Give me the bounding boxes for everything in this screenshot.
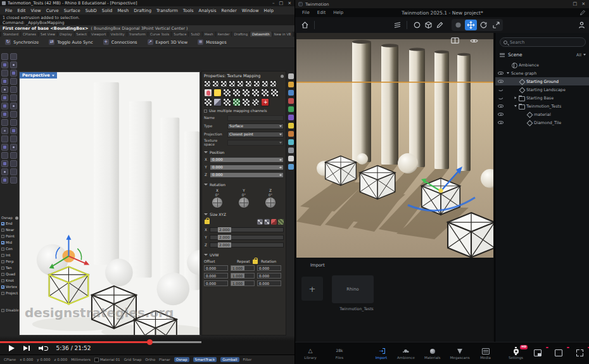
mapping-type-icon[interactable] (204, 98, 212, 106)
eyedropper-tool[interactable] (434, 20, 445, 31)
scene-tree-row[interactable]: Twinmotion_Tests (495, 102, 589, 110)
panel-tab-icon[interactable] (288, 106, 294, 112)
tool-icon[interactable] (10, 103, 17, 110)
field-control[interactable]: Surface (227, 123, 284, 129)
checkbox[interactable] (1, 241, 4, 244)
minimize-button[interactable]: – (272, 1, 275, 6)
dock-item[interactable]: Library (304, 348, 317, 360)
panel-tab-icon[interactable] (288, 115, 294, 120)
panel-tab-icon[interactable] (288, 131, 294, 137)
menu-item[interactable]: Curve (44, 8, 61, 13)
checkbox[interactable] (1, 248, 4, 251)
toolbar-tab[interactable]: New in V8 (272, 32, 293, 37)
status-bar-item[interactable]: y 0.000 (37, 358, 50, 361)
status-bar-item[interactable]: Filter (243, 358, 252, 361)
properties-tab-icon[interactable] (270, 80, 277, 87)
visibility-eye-icon[interactable] (498, 72, 504, 75)
tool-icon[interactable] (1, 135, 8, 142)
datasmith-toolbar-button[interactable]: Export 3D View (148, 39, 188, 45)
gear-icon[interactable] (15, 217, 18, 220)
status-bar-item[interactable]: CPlane (4, 358, 16, 361)
move-tool[interactable] (465, 20, 477, 30)
status-bar-item[interactable]: Material 01 (94, 358, 120, 362)
rotation-section-header[interactable]: Rotation (204, 182, 284, 187)
checkbox[interactable] (1, 254, 4, 257)
dock-item[interactable] (531, 349, 544, 358)
mapping-type-icon[interactable] (204, 89, 212, 97)
mapping-type-icon[interactable] (232, 98, 241, 106)
uvw-section-header[interactable]: UVW (204, 252, 284, 258)
menu-item[interactable]: Surface (61, 8, 83, 13)
toolbar-tab[interactable]: Surface (172, 32, 188, 37)
tool-icon[interactable] (1, 168, 8, 175)
uvw-repeat-input[interactable]: 1.000 (231, 273, 255, 279)
datasmith-toolbar-button[interactable]: Synchronize (5, 39, 39, 45)
tool-icon[interactable] (10, 119, 17, 126)
maximize-button[interactable]: □ (279, 1, 284, 6)
scale-tool[interactable] (490, 20, 502, 30)
checkbox[interactable] (204, 110, 207, 113)
tool-icon[interactable] (10, 94, 17, 101)
osnap-toggle[interactable]: Vertex (1, 284, 19, 290)
osnap-toggle[interactable]: Int (1, 252, 19, 258)
panel-tab-icon[interactable] (288, 147, 294, 153)
status-bar-item[interactable]: Grid Snap (124, 358, 142, 361)
local-space-toggle[interactable] (452, 20, 464, 30)
scene-tree-row[interactable]: Starting Ground (495, 77, 589, 85)
uvw-rotation-input[interactable]: 0.000 (257, 265, 281, 271)
tool-icon[interactable] (1, 152, 8, 159)
checkbox[interactable] (1, 229, 4, 232)
tool-icon[interactable] (1, 53, 8, 60)
mapping-type-icon[interactable] (223, 89, 231, 97)
properties-tab-icon[interactable] (212, 80, 219, 87)
panel-tab-icon[interactable] (288, 164, 294, 170)
twinmotion-viewport[interactable] (296, 33, 493, 258)
split-view-icon[interactable] (449, 36, 460, 45)
osnap-toggle[interactable]: Quad (1, 271, 19, 277)
checkbox[interactable] (1, 309, 4, 312)
dice-icon[interactable] (264, 219, 270, 225)
volume-icon[interactable] (39, 345, 48, 351)
mapping-type-icon[interactable] (242, 98, 250, 106)
panel-tab-icon[interactable] (288, 73, 294, 79)
mapping-type-icon[interactable] (251, 89, 260, 97)
tool-icon[interactable] (10, 70, 17, 77)
tool-icon[interactable] (10, 177, 17, 184)
status-bar-item[interactable]: Millimeters (71, 358, 91, 361)
datasmith-toolbar-button[interactable]: Messages (198, 39, 226, 45)
properties-tab-icon[interactable] (262, 80, 269, 87)
dock-item[interactable] (573, 349, 586, 358)
visibility-eye-icon[interactable] (498, 88, 504, 91)
search-input[interactable] (510, 40, 582, 45)
mapping-type-icon[interactable] (213, 98, 222, 106)
position-input[interactable]: 0.000 (210, 172, 284, 178)
mapping-type-icon[interactable] (261, 89, 269, 97)
datasmith-toolbar-button[interactable]: Connections (103, 39, 137, 45)
menu-item[interactable]: File (3, 8, 15, 13)
osnap-toggle[interactable]: Cen (1, 246, 19, 252)
panel-tab-icon[interactable] (288, 90, 294, 96)
dock-item[interactable] (552, 349, 565, 358)
lock-icon[interactable] (205, 220, 210, 224)
scene-tree-row[interactable]: Starting Base (495, 94, 589, 102)
command-prompt[interactable]: First corner of base <BoundingBox> ( Bou… (0, 25, 294, 32)
scene-tree-row[interactable]: Scene graph (495, 69, 589, 77)
checkbox[interactable] (1, 260, 4, 263)
checkbox[interactable] (1, 286, 4, 289)
rotate-tool[interactable] (478, 20, 490, 30)
mapping-type-icon[interactable] (223, 98, 231, 106)
toolbar-tab[interactable]: Visibility (108, 32, 126, 37)
toolbar-tab[interactable]: Viewport (89, 32, 108, 37)
osnap-disable-toggle[interactable]: Disable (1, 308, 19, 312)
toolbar-tab[interactable]: Select (75, 32, 89, 37)
visibility-eye-icon[interactable] (498, 121, 504, 124)
rotation-dial[interactable] (239, 198, 249, 208)
uvw-rotation-input[interactable]: 0.000 (257, 273, 281, 279)
menu-item[interactable]: Render (219, 8, 239, 13)
mapping-type-icon[interactable] (261, 98, 269, 106)
menu-item[interactable]: Solid (99, 8, 115, 13)
field-control[interactable] (227, 140, 284, 146)
rotation-dial[interactable] (265, 198, 276, 208)
menu-item[interactable]: Transform (154, 8, 180, 13)
visibility-eye-icon[interactable] (498, 113, 504, 116)
